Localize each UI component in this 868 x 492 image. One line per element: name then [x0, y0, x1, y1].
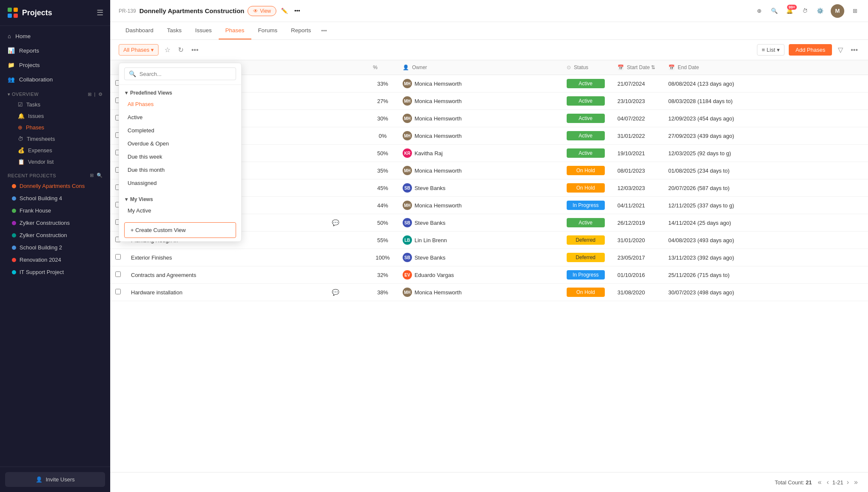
tab-tasks[interactable]: Tasks: [160, 22, 189, 39]
row-checkbox[interactable]: [115, 254, 121, 260]
row-owner: MH Monica Hemsworth: [398, 92, 562, 110]
recent-project-zylker1[interactable]: Zylker Constructions: [0, 217, 110, 229]
edit-icon[interactable]: ✏️: [280, 6, 289, 16]
owner-name: Monica Hemsworth: [415, 202, 462, 209]
row-end-date: 04/08/2023 (493 days ago): [663, 232, 844, 249]
row-end-date: 12/09/2023 (454 days ago): [663, 110, 844, 127]
topbar-more-icon[interactable]: •••: [292, 6, 302, 16]
hamburger-icon[interactable]: ☰: [97, 8, 103, 17]
add-icon[interactable]: ⊕: [754, 6, 764, 16]
owner-name: Eduardo Vargas: [415, 272, 454, 278]
sidebar-header: Projects ☰: [0, 0, 110, 26]
row-end-date: 12/03/2025 (92 days to g): [663, 145, 844, 162]
sidebar-item-projects[interactable]: 📁 Projects: [0, 58, 110, 72]
sidebar-item-issues[interactable]: 🔔 Issues: [0, 110, 110, 122]
view-all-phases[interactable]: All Phases: [119, 98, 241, 111]
sidebar-item-timesheets[interactable]: ⏱ Timesheets: [0, 133, 110, 145]
col-comment: [327, 60, 368, 75]
invite-users-button[interactable]: 👤 Invite Users: [5, 472, 105, 487]
next-page-button[interactable]: ›: [845, 477, 851, 488]
filter-icon-button[interactable]: ▽: [836, 44, 845, 56]
recent-project-school4[interactable]: School Building 4: [0, 192, 110, 204]
row-name: Contracts and Agreements: [126, 266, 327, 284]
col-status[interactable]: ⊙ Status: [562, 60, 612, 75]
owner-name: Kavitha Raj: [415, 150, 442, 157]
last-page-button[interactable]: »: [852, 477, 860, 488]
comment-icon: 💬: [332, 219, 339, 226]
sidebar-item-phases[interactable]: ⊕ Phases: [0, 122, 110, 133]
recent-project-renovation[interactable]: Renovation 2024: [0, 254, 110, 266]
row-owner: SB Steve Banks: [398, 179, 562, 197]
view-my-active[interactable]: My Active: [119, 204, 241, 217]
owner-name: Monica Hemsworth: [415, 81, 462, 87]
notifications-icon[interactable]: 🔔 99+: [785, 6, 794, 16]
recent-search-icon[interactable]: 🔍: [97, 173, 103, 178]
view-due-this-week[interactable]: Due this week: [119, 150, 241, 163]
clock-icon[interactable]: ⏱: [800, 6, 810, 16]
view-unassigned[interactable]: Unassigned: [119, 176, 241, 190]
recent-project-frankhouse[interactable]: Frank House: [0, 204, 110, 217]
view-button[interactable]: 👁 View: [248, 6, 276, 16]
row-checkbox[interactable]: [115, 289, 121, 294]
apps-grid-icon[interactable]: ⊞: [850, 6, 860, 16]
user-avatar[interactable]: M: [831, 4, 844, 18]
recent-project-school2[interactable]: School Building 2: [0, 241, 110, 254]
col-owner[interactable]: 👤 Owner: [398, 60, 562, 75]
collaboration-icon: 👥: [8, 76, 15, 83]
settings-icon[interactable]: ⚙️: [815, 6, 825, 16]
all-phases-button[interactable]: All Phases ▾: [119, 44, 159, 56]
owner-name: Monica Hemsworth: [415, 289, 462, 296]
search-wrapper: 🔍: [124, 67, 236, 80]
tab-phases[interactable]: Phases: [219, 22, 251, 39]
recent-project-donnelly[interactable]: Donnelly Apartments Cons: [0, 180, 110, 192]
row-owner: LB Lin Lin Brenn: [398, 232, 562, 249]
my-views-section: ▾ My Views My Active: [119, 191, 241, 219]
create-custom-view-button[interactable]: + Create Custom View: [124, 222, 236, 238]
owner-avatar: MH: [403, 201, 412, 210]
tab-forums[interactable]: Forums: [251, 22, 284, 39]
recent-project-zylker2[interactable]: Zylker Construction: [0, 229, 110, 241]
notification-badge: 99+: [787, 5, 797, 10]
col-start-date[interactable]: 📅 Start Date ⇅: [612, 60, 663, 75]
view-due-this-month[interactable]: Due this month: [119, 163, 241, 176]
table-more-button[interactable]: •••: [849, 45, 860, 56]
tab-reports[interactable]: Reports: [284, 22, 317, 39]
add-phases-button[interactable]: Add Phases: [789, 44, 832, 56]
row-owner: MH Monica Hemsworth: [398, 110, 562, 127]
tab-issues[interactable]: Issues: [189, 22, 219, 39]
col-percent[interactable]: %: [368, 60, 398, 75]
col-end-date[interactable]: 📅 End Date: [663, 60, 844, 75]
sidebar-item-collaboration[interactable]: 👥 Collaboration: [0, 72, 110, 87]
toolbar-left: All Phases ▾ 🔍 ▾ Predefined Views: [119, 44, 200, 56]
prev-page-button[interactable]: ‹: [825, 477, 830, 488]
view-completed[interactable]: Completed: [119, 124, 241, 137]
sidebar-item-vendor-list[interactable]: 📋 Vendor list: [0, 156, 110, 168]
search-input[interactable]: [139, 71, 231, 77]
row-end-date: 14/11/2024 (25 days ago): [663, 214, 844, 232]
star-button[interactable]: ☆: [163, 44, 172, 56]
sidebar-item-home[interactable]: ⌂ Home: [0, 29, 110, 43]
recent-project-itsupport[interactable]: IT Support Project: [0, 266, 110, 278]
overview-settings-icon[interactable]: ⚙: [98, 92, 103, 97]
owner-avatar: SB: [403, 218, 412, 227]
row-checkbox[interactable]: [115, 271, 121, 277]
overview-add-icon[interactable]: ⊞: [88, 92, 92, 97]
recent-filter-icon[interactable]: ⊞: [90, 173, 94, 178]
app-logo[interactable]: Projects: [7, 7, 52, 19]
sidebar-item-reports[interactable]: 📊 Reports: [0, 43, 110, 58]
sidebar-item-expenses[interactable]: 💰 Expenses: [0, 145, 110, 156]
row-start-date: 04/11/2021: [612, 197, 663, 214]
view-active[interactable]: Active: [119, 111, 241, 124]
refresh-button[interactable]: ↻: [176, 44, 185, 56]
tabs-more-icon[interactable]: •••: [318, 22, 331, 39]
sidebar-item-tasks[interactable]: ☑ Tasks: [0, 99, 110, 110]
toolbar-more-button[interactable]: •••: [189, 45, 200, 56]
tab-dashboard[interactable]: Dashboard: [119, 22, 160, 39]
search-icon[interactable]: 🔍: [770, 6, 779, 16]
list-view-button[interactable]: ≡ List ▾: [757, 44, 785, 56]
first-page-button[interactable]: «: [816, 477, 823, 488]
sidebar-nav: ⌂ Home 📊 Reports 📁 Projects 👥 Collaborat…: [0, 26, 110, 467]
toolbar: All Phases ▾ 🔍 ▾ Predefined Views: [110, 40, 868, 60]
row-extra: [844, 214, 868, 232]
view-overdue-open[interactable]: Overdue & Open: [119, 137, 241, 150]
